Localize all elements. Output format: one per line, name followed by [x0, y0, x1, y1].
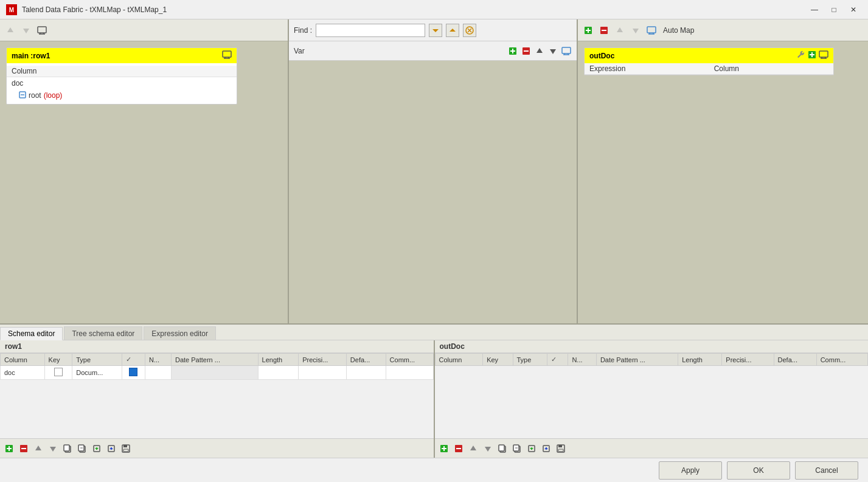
find-up-button[interactable]: [446, 24, 459, 37]
svg-rect-77: [499, 445, 504, 451]
svg-rect-37: [647, 27, 656, 33]
schema-cell-default: [346, 366, 386, 380]
right-schema-add-btn[interactable]: [437, 442, 451, 455]
left-panel-toolbar: [0, 19, 288, 41]
source-card-icon: [222, 50, 232, 61]
var-label: Var: [294, 47, 505, 55]
left-schema-copy-btn[interactable]: [61, 442, 74, 455]
schema-cell-column: doc: [1, 366, 45, 380]
th-precision: Precisi...: [299, 354, 347, 366]
schema-cell-nullable-check: [122, 366, 145, 380]
svg-rect-67: [123, 445, 127, 447]
outdoc-monitor-icon: [819, 50, 828, 61]
right-del-button[interactable]: [597, 24, 611, 37]
left-schema-add-btn[interactable]: [2, 442, 16, 455]
right-schema-header-row: Column Key Type ✓ N... Date Pattern ... …: [435, 354, 868, 366]
svg-marker-24: [536, 48, 543, 53]
editors-row: row1 Column Key Type ✓ N...: [0, 340, 868, 458]
th-nullable: N...: [145, 354, 172, 366]
root-label: root: [29, 91, 41, 100]
outdoc-card: outDoc: [584, 47, 834, 75]
left-schema-up-btn[interactable]: [32, 442, 45, 455]
right-schema-import-btn[interactable]: [525, 442, 538, 455]
left-up-button[interactable]: [4, 24, 17, 37]
cancel-button[interactable]: Cancel: [795, 461, 858, 480]
right-schema-down-btn[interactable]: [481, 442, 495, 455]
tab-expression-editor[interactable]: Expression editor: [144, 326, 216, 340]
minimize-button[interactable]: —: [806, 4, 823, 16]
svg-marker-36: [633, 29, 639, 33]
right-panel: Auto Map outDoc: [578, 19, 868, 323]
left-schema-save-btn[interactable]: [119, 442, 133, 455]
source-card-header: main :row1: [7, 48, 237, 63]
middle-panel: Find : Var: [289, 19, 578, 323]
right-schema-paste-btn[interactable]: [510, 442, 524, 455]
rth-nullable: N...: [568, 354, 597, 366]
rth-nullable-check: ✓: [547, 354, 568, 366]
close-button[interactable]: ✕: [845, 4, 862, 16]
var-add-button[interactable]: [507, 46, 518, 57]
left-schema-del-btn[interactable]: [17, 442, 30, 455]
right-up-button[interactable]: [613, 24, 627, 37]
maximize-button[interactable]: □: [825, 4, 842, 16]
svg-marker-15: [450, 29, 456, 32]
svg-rect-68: [123, 449, 128, 452]
th-nullable-check: ✓: [122, 354, 145, 366]
find-down-button[interactable]: [429, 24, 442, 37]
outdoc-col-headers: Expression Column: [585, 63, 833, 75]
svg-text:M: M: [9, 7, 14, 13]
var-up-button[interactable]: [534, 46, 545, 57]
right-schema-export-btn[interactable]: [540, 442, 553, 455]
left-schema-editor: row1 Column Key Type ✓ N...: [0, 340, 435, 458]
outdoc-col-expression: Expression: [585, 63, 709, 74]
svg-marker-83: [530, 448, 533, 450]
automap-label: Auto Map: [663, 26, 694, 35]
find-label: Find :: [294, 26, 312, 35]
nullable-checkbox[interactable]: [129, 368, 137, 376]
left-schema-import-btn[interactable]: [90, 442, 103, 455]
right-schema-copy-btn[interactable]: [496, 442, 509, 455]
left-down-button[interactable]: [19, 24, 33, 37]
right-schema-del-btn[interactable]: [452, 442, 465, 455]
apply-button[interactable]: Apply: [659, 461, 722, 480]
left-schema-table: Column Key Type ✓ N... Date Pattern ... …: [0, 353, 434, 438]
var-monitor-button[interactable]: [561, 46, 572, 57]
svg-marker-54: [50, 447, 56, 452]
find-clear-button[interactable]: [463, 24, 476, 37]
source-card-body: Column doc root (loop): [7, 63, 237, 104]
right-down-button[interactable]: [629, 24, 642, 37]
left-schema-export-btn[interactable]: [105, 442, 118, 455]
svg-marker-75: [485, 447, 491, 452]
ok-button[interactable]: OK: [727, 461, 790, 480]
find-bar: Find :: [289, 19, 577, 41]
left-schema-title: row1: [0, 340, 434, 353]
left-schema-down-btn[interactable]: [46, 442, 60, 455]
rth-date-pattern: Date Pattern ...: [596, 354, 678, 366]
var-delete-button[interactable]: [521, 46, 532, 57]
left-monitor-button[interactable]: [35, 24, 49, 37]
svg-rect-88: [558, 445, 562, 447]
schema-cell-precision: [299, 366, 347, 380]
var-toolbar: Var: [289, 41, 577, 61]
th-default: Defa...: [346, 354, 386, 366]
source-card-title: main :row1: [12, 52, 50, 60]
schema-cell-date: [171, 366, 258, 380]
left-panel: main :row1 Column doc root: [0, 19, 289, 323]
svg-marker-86: [544, 447, 548, 449]
right-schema-up-btn[interactable]: [467, 442, 480, 455]
tab-tree-schema-editor-label: Tree schema editor: [72, 329, 134, 338]
right-schema-save-btn[interactable]: [554, 442, 568, 455]
tab-schema-editor[interactable]: Schema editor: [0, 327, 63, 340]
r-nullable-check-icon: ✓: [551, 356, 557, 363]
right-monitor-button[interactable]: [645, 24, 658, 37]
key-checkbox[interactable]: [54, 368, 63, 376]
find-input[interactable]: [316, 24, 425, 37]
svg-marker-62: [95, 448, 99, 450]
var-down-button[interactable]: [547, 46, 558, 57]
loop-label: (loop): [44, 91, 63, 100]
rth-length: Length: [678, 354, 722, 366]
tab-tree-schema-editor[interactable]: Tree schema editor: [64, 326, 142, 340]
right-add-button[interactable]: [582, 24, 595, 37]
bottom-area: Schema editor Tree schema editor Express…: [0, 323, 868, 458]
left-schema-paste-btn[interactable]: [75, 442, 89, 455]
